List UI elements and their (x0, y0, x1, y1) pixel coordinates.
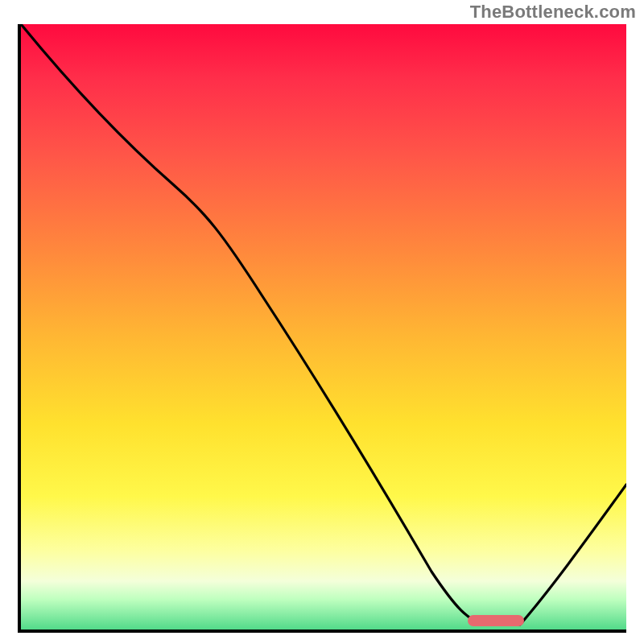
bottleneck-curve (21, 24, 626, 630)
curve-path (21, 24, 626, 625)
chart-canvas: TheBottleneck.com (0, 0, 644, 644)
plot-area (18, 24, 626, 633)
optimal-range-marker (468, 615, 524, 626)
watermark-text: TheBottleneck.com (470, 2, 636, 23)
